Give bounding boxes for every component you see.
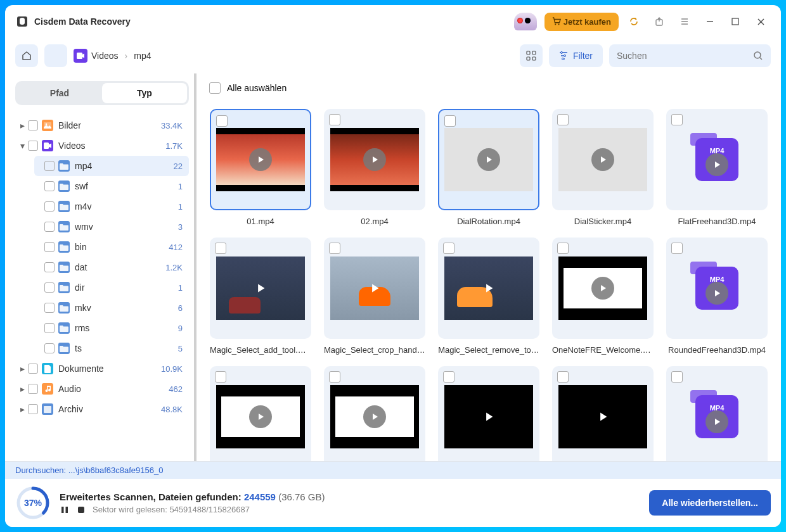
tree-dir[interactable]: dir1 bbox=[34, 277, 189, 298]
checkbox[interactable] bbox=[557, 114, 569, 125]
svg-point-12 bbox=[562, 58, 564, 60]
file-thumbnail[interactable] bbox=[438, 238, 539, 339]
file-item[interactable]: OneNoteFRE_Welcome.m… bbox=[551, 238, 654, 355]
recover-all-button[interactable]: Alle wiederherstellen... bbox=[649, 490, 771, 516]
minimize-button[interactable] bbox=[700, 11, 720, 32]
checkbox[interactable] bbox=[28, 384, 38, 394]
file-thumbnail[interactable] bbox=[324, 238, 425, 339]
tree-dokumente[interactable]: ▸ Dokumente 10.9K bbox=[15, 358, 189, 379]
file-item[interactable]: MP4 RoundedFreehand3D.mp4 bbox=[666, 238, 768, 355]
file-item[interactable]: 01.mp4 bbox=[209, 109, 312, 226]
checkbox[interactable] bbox=[215, 371, 226, 383]
breadcrumb-videos[interactable]: Videos bbox=[74, 49, 119, 63]
file-item[interactable]: DialSticker.mp4 bbox=[551, 109, 654, 226]
tree-swf[interactable]: swf1 bbox=[34, 176, 189, 196]
search-input[interactable] bbox=[617, 51, 748, 61]
file-thumbnail[interactable] bbox=[438, 109, 539, 210]
checkbox[interactable] bbox=[28, 364, 38, 374]
tree-dat[interactable]: dat1.2K bbox=[34, 257, 189, 277]
stop-button[interactable] bbox=[76, 505, 86, 515]
checkbox[interactable] bbox=[28, 120, 38, 130]
checkbox[interactable] bbox=[557, 371, 569, 383]
refresh-button[interactable] bbox=[624, 11, 644, 32]
file-thumbnail[interactable] bbox=[552, 238, 654, 339]
checkbox[interactable] bbox=[44, 323, 55, 333]
checkbox[interactable] bbox=[44, 262, 55, 272]
checkbox[interactable] bbox=[557, 243, 569, 254]
tree-rms[interactable]: rms9 bbox=[34, 318, 189, 338]
checkbox[interactable] bbox=[329, 371, 340, 383]
menu-button[interactable] bbox=[674, 11, 695, 32]
breadcrumb-mp4[interactable]: mp4 bbox=[134, 51, 151, 61]
checkbox[interactable] bbox=[671, 243, 683, 254]
checkbox[interactable] bbox=[44, 282, 55, 293]
file-thumbnail[interactable] bbox=[438, 366, 539, 461]
tree-videos[interactable]: ▾ Videos 1.7K bbox=[15, 136, 189, 156]
file-item[interactable] bbox=[437, 366, 540, 461]
home-button[interactable] bbox=[15, 44, 38, 67]
search-box[interactable] bbox=[609, 44, 771, 67]
checkbox[interactable] bbox=[44, 161, 55, 171]
file-thumbnail[interactable] bbox=[324, 109, 425, 210]
filter-button[interactable]: Filter bbox=[549, 44, 603, 67]
checkbox[interactable] bbox=[329, 114, 340, 125]
file-item[interactable] bbox=[551, 366, 654, 461]
file-thumbnail[interactable] bbox=[210, 366, 311, 461]
file-item[interactable]: Magic_Select_remove_to… bbox=[437, 238, 540, 355]
file-thumbnail[interactable]: MP4 bbox=[666, 109, 768, 210]
checkbox[interactable] bbox=[329, 243, 340, 254]
file-thumbnail[interactable] bbox=[324, 366, 425, 461]
checkbox[interactable] bbox=[44, 222, 55, 232]
file-item[interactable]: 02.mp4 bbox=[323, 109, 426, 226]
checkbox[interactable] bbox=[216, 115, 228, 127]
checkbox[interactable] bbox=[671, 371, 683, 383]
file-thumbnail[interactable] bbox=[210, 109, 311, 210]
tree-audio[interactable]: ▸ Audio 462 bbox=[15, 379, 189, 399]
checkbox[interactable] bbox=[44, 181, 55, 191]
select-all-checkbox[interactable] bbox=[209, 82, 221, 94]
titlebar: Cisdem Data Recovery Jetzt kaufen bbox=[5, 5, 781, 38]
file-thumbnail[interactable] bbox=[210, 238, 311, 339]
export-button[interactable] bbox=[649, 11, 669, 32]
file-item[interactable]: Magic_Select_crop_handl… bbox=[323, 238, 426, 355]
checkbox[interactable] bbox=[443, 243, 454, 254]
tree-bin[interactable]: bin412 bbox=[34, 237, 189, 257]
buy-button[interactable]: Jetzt kaufen bbox=[544, 13, 619, 31]
checkbox[interactable] bbox=[28, 404, 38, 414]
file-item[interactable]: MP4 bbox=[666, 366, 768, 461]
file-item[interactable]: DialRotation.mp4 bbox=[437, 109, 540, 226]
close-button[interactable] bbox=[751, 11, 771, 32]
svg-rect-17 bbox=[44, 406, 51, 413]
tree-archiv[interactable]: ▸ Archiv 48.8K bbox=[15, 399, 189, 419]
checkbox[interactable] bbox=[671, 114, 683, 125]
tree-mp4[interactable]: mp4 22 bbox=[34, 156, 189, 176]
file-item[interactable]: Magic_Select_add_tool.m… bbox=[209, 238, 312, 355]
checkbox[interactable] bbox=[44, 343, 55, 353]
tab-path[interactable]: Pfad bbox=[17, 83, 102, 103]
main: Pfad Typ ▸ Bilder 33.4K ▾ Videos 1.7K bbox=[5, 73, 781, 461]
checkbox[interactable] bbox=[443, 371, 454, 383]
tab-type[interactable]: Typ bbox=[102, 83, 187, 103]
chevron-right-icon: › bbox=[125, 51, 128, 61]
file-thumbnail[interactable] bbox=[552, 109, 654, 210]
file-item[interactable] bbox=[323, 366, 426, 461]
tree-mkv[interactable]: mkv6 bbox=[34, 298, 189, 318]
checkbox[interactable] bbox=[44, 303, 55, 313]
view-grid-button[interactable] bbox=[520, 44, 543, 67]
pause-button[interactable] bbox=[60, 505, 70, 515]
maximize-button[interactable] bbox=[725, 11, 745, 32]
file-item[interactable]: MP4 FlatFreehand3D.mp4 bbox=[666, 109, 768, 226]
tree-bilder[interactable]: ▸ Bilder 33.4K bbox=[15, 115, 189, 136]
file-thumbnail[interactable] bbox=[552, 366, 654, 461]
file-item[interactable] bbox=[209, 366, 312, 461]
file-thumbnail[interactable]: MP4 bbox=[666, 366, 768, 461]
checkbox[interactable] bbox=[215, 243, 226, 254]
tree-wmv[interactable]: wmv3 bbox=[34, 217, 189, 237]
file-thumbnail[interactable]: MP4 bbox=[666, 238, 768, 339]
tree-ts[interactable]: ts5 bbox=[34, 338, 189, 358]
checkbox[interactable] bbox=[444, 115, 456, 127]
checkbox[interactable] bbox=[44, 242, 55, 252]
checkbox[interactable] bbox=[28, 141, 38, 151]
checkbox[interactable] bbox=[44, 201, 55, 212]
tree-m4v[interactable]: m4v1 bbox=[34, 196, 189, 217]
